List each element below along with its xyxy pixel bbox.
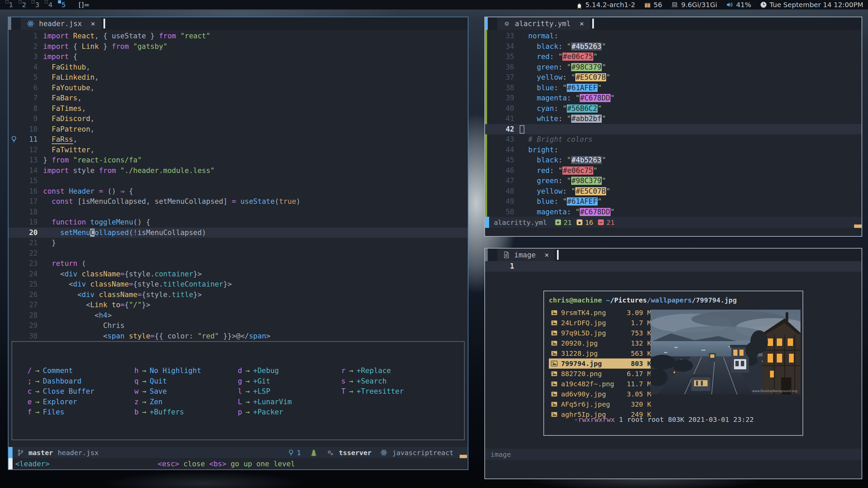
workspace-4[interactable]: 4 bbox=[48, 1, 53, 9]
code-line-35[interactable]: 35 red: "#e06c75" bbox=[485, 52, 862, 62]
close-icon[interactable]: × bbox=[579, 19, 584, 28]
code-line-34[interactable]: 34 black: "#4b5263" bbox=[485, 41, 862, 52]
keybinding--search[interactable]: s→+Search bbox=[341, 376, 404, 387]
code-line-3[interactable]: 3import { bbox=[8, 52, 468, 62]
code-line-44[interactable]: 44 bright: bbox=[485, 145, 862, 155]
tab-image[interactable]: image × bbox=[497, 249, 555, 261]
code-line-42[interactable]: 42 bbox=[485, 124, 862, 135]
code-line-1[interactable]: 1import React, { useState } from "react" bbox=[8, 31, 468, 41]
keybinding--lsp[interactable]: l→+LSP bbox=[238, 386, 341, 397]
code-line-15[interactable]: 15 bbox=[8, 176, 468, 186]
code-line-5[interactable]: 5 FaLinkedin, bbox=[8, 72, 468, 83]
git-branch-name[interactable]: master bbox=[28, 449, 53, 457]
left-code-area[interactable]: 1import React, { useState } from "react"… bbox=[8, 30, 468, 341]
keybinding-dashboard[interactable]: ;→Dashboard bbox=[27, 376, 134, 387]
react-filetype-icon bbox=[380, 449, 387, 456]
code-line-25[interactable]: 25 <div className={style.titleContainer}… bbox=[8, 279, 468, 290]
code-line-17[interactable]: 17 const [isMenuCollapsed, setMenuCollap… bbox=[8, 196, 468, 207]
code-action-lightbulb-icon[interactable] bbox=[11, 135, 17, 143]
code-line-20[interactable]: 20 setMenuCollapsed(!isMenuCollapsed) bbox=[8, 228, 468, 238]
code-line-46[interactable]: 46 red: "#e06c75" bbox=[485, 165, 862, 176]
code-line-29[interactable]: 29 Chris bbox=[8, 320, 468, 331]
keybinding--lunarvim[interactable]: L→+LunarVim bbox=[238, 397, 341, 407]
file-row-a19c482f~.png[interactable]: a19c482f~.png11.7 M bbox=[549, 379, 651, 389]
scroll-indicator[interactable] bbox=[854, 225, 862, 228]
keybinding-zen[interactable]: z→Zen bbox=[134, 397, 238, 407]
code-line-28[interactable]: 28 <h4> bbox=[8, 310, 468, 321]
topright-code-area[interactable]: 33 normal:34 black: "#4b5263"35 red: "#e… bbox=[485, 30, 862, 217]
code-line-21[interactable]: 21 } bbox=[8, 238, 468, 248]
workspace-5[interactable]: 5 bbox=[61, 1, 66, 9]
code-line-23[interactable]: 23 return ( bbox=[8, 258, 468, 269]
scroll-indicator[interactable] bbox=[460, 455, 467, 458]
current-line[interactable]: 1 bbox=[485, 261, 862, 272]
code-line-37[interactable]: 37 yellow: "#E5C07B" bbox=[485, 72, 862, 83]
file-row-882720.png[interactable]: 882720.png6.17 M bbox=[549, 369, 651, 379]
file-row-799794.jpg[interactable]: 799794.jpg803 K bbox=[549, 358, 651, 369]
keybinding-save[interactable]: w→Save bbox=[134, 386, 238, 397]
code-line-27[interactable]: 27 <Link to={"/"}> bbox=[8, 300, 468, 310]
tab-header-jsx[interactable]: header.jsx × bbox=[21, 17, 101, 30]
code-line-33[interactable]: 33 normal: bbox=[485, 31, 862, 41]
code-line-38[interactable]: 38 blue: "#61AFEF" bbox=[485, 83, 862, 93]
close-icon[interactable]: × bbox=[91, 19, 95, 28]
code-line-45[interactable]: 45 black: "#4b5263" bbox=[485, 155, 862, 165]
code-line-50[interactable]: 50 magenta: "#C678DD" bbox=[485, 207, 862, 217]
keybinding-comment[interactable]: /→Comment bbox=[27, 366, 134, 376]
keybinding--packer[interactable]: p→+Packer bbox=[238, 407, 341, 417]
code-line-26[interactable]: 26 <div className={style.title}> bbox=[8, 290, 468, 300]
code-line-30[interactable]: 30 <span style={{ color: "red" }}>@</spa… bbox=[8, 331, 468, 341]
code-line-22[interactable]: 22 bbox=[8, 248, 468, 259]
code-line-18[interactable]: 18 bbox=[8, 207, 468, 217]
keybinding-no-highlight[interactable]: h→No Highlight bbox=[134, 366, 238, 376]
keybinding-close-buffer[interactable]: c→Close Buffer bbox=[27, 386, 134, 397]
workspace-1[interactable]: 1 bbox=[9, 1, 13, 9]
code-line-2[interactable]: 2import { Link } from "gatsby" bbox=[8, 41, 468, 52]
code-line-36[interactable]: 36 green: "#98C379" bbox=[485, 62, 862, 73]
code-line-14[interactable]: 14import style from "./header.module.les… bbox=[8, 165, 468, 176]
close-icon[interactable]: × bbox=[544, 251, 549, 259]
file-row-97q9L5D.jpg[interactable]: 97q9L5D.jpg753 K bbox=[549, 328, 651, 338]
code-line-43[interactable]: 43 # Bright colors bbox=[485, 134, 862, 145]
file-row-31228.jpg[interactable]: 31228.jpg563 K bbox=[549, 348, 651, 358]
file-row-24LrDFQ.jpg[interactable]: 24LrDFQ.jpg1.7 M bbox=[549, 318, 651, 328]
code-line-13[interactable]: 13} from "react-icons/fa" bbox=[8, 155, 468, 165]
code-line-7[interactable]: 7 FaBars, bbox=[8, 93, 468, 103]
editor-window-left: header.jsx × 1import React, { useState }… bbox=[8, 17, 468, 470]
code-line-48[interactable]: 48 yellow: "#E5C07B" bbox=[485, 186, 862, 197]
code-line-41[interactable]: 41 white: "#abb2bf" bbox=[485, 114, 862, 124]
code-line-10[interactable]: 10 FaPatreon, bbox=[8, 124, 468, 135]
image-file-icon bbox=[551, 391, 561, 397]
code-line-11[interactable]: 11 FaRss, bbox=[8, 134, 468, 145]
workspace-3[interactable]: 3 bbox=[35, 1, 39, 9]
code-line-40[interactable]: 40 cyan: "#56B6C2" bbox=[485, 103, 862, 114]
file-row-9rsmTK4.png[interactable]: 9rsmTK4.png3.09 M bbox=[549, 308, 651, 318]
code-line-24[interactable]: 24 <div className={style.container}> bbox=[8, 269, 468, 279]
keybinding--debug[interactable]: d→+Debug bbox=[238, 366, 341, 376]
file-row-20920.jpg[interactable]: 20920.jpg132 K bbox=[549, 338, 651, 348]
code-line-39[interactable]: 39 magenta: "#C678DD" bbox=[485, 93, 862, 103]
line-number: 44 bbox=[485, 145, 520, 155]
tab-alacritty-yml[interactable]: alacritty.yml × bbox=[497, 17, 590, 30]
keybinding-files[interactable]: f→Files bbox=[27, 407, 134, 417]
code-line-6[interactable]: 6 FaYoutube, bbox=[8, 83, 468, 93]
code-line-8[interactable]: 8 FaTimes, bbox=[8, 103, 468, 114]
keybinding--git[interactable]: g→+Git bbox=[238, 376, 341, 387]
layout-symbol[interactable]: []= bbox=[79, 1, 90, 9]
workspace-2[interactable]: 2 bbox=[22, 1, 26, 9]
keybinding--buffers[interactable]: b→+Buffers bbox=[134, 407, 238, 417]
code-line-49[interactable]: 49 blue: "#61AFEF" bbox=[485, 196, 862, 207]
code-line-16[interactable]: 16const Header = () ⇒ { bbox=[8, 186, 468, 197]
file-row-ad6v90y.jpg[interactable]: ad6v90y.jpg3.05 M bbox=[549, 389, 651, 399]
keybinding-explorer[interactable]: e→Explorer bbox=[27, 397, 134, 407]
keybinding--replace[interactable]: r→+Replace bbox=[341, 366, 404, 376]
code-line-9[interactable]: 9 FaDiscord, bbox=[8, 114, 468, 124]
keybinding--treesitter[interactable]: T→+Treesitter bbox=[341, 386, 404, 397]
code-line-12[interactable]: 12 FaTwitter, bbox=[8, 145, 468, 155]
keybinding-quit[interactable]: q→Quit bbox=[134, 376, 238, 387]
code-line-47[interactable]: 47 green: "#98C379" bbox=[485, 176, 862, 186]
kernel-widget: 5.14.2-arch1-2 bbox=[576, 1, 635, 9]
code-line-19[interactable]: 19 function toggleMenu() { bbox=[8, 217, 468, 228]
code-line-4[interactable]: 4 FaGithub, bbox=[8, 62, 468, 73]
workspace-indicator-square bbox=[19, 0, 22, 3]
